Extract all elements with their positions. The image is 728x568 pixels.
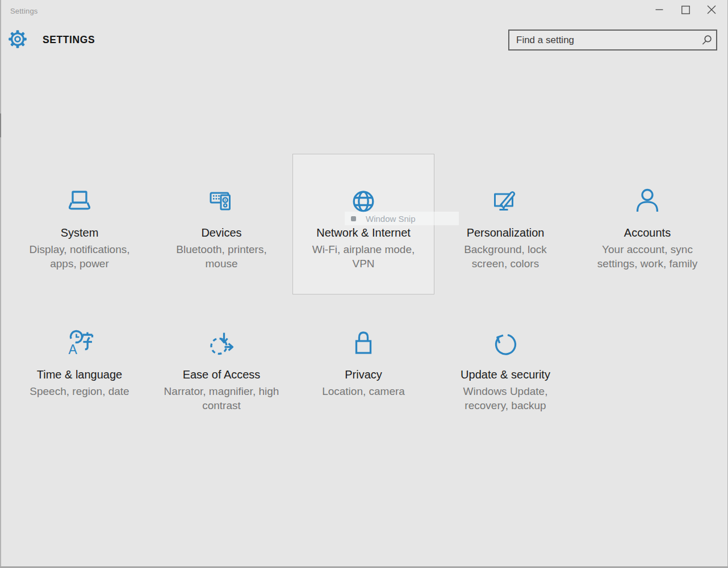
laptop-icon [9,187,150,216]
tile-privacy[interactable]: Privacy Location, camera [292,296,434,436]
tile-title: Update & security [434,368,576,381]
tile-subtitle: Narrator, magnifier, high contrast [161,384,282,413]
tile-title: Ease of Access [150,368,292,381]
tile-title: Devices [150,226,292,239]
tile-subtitle: Wi-Fi, airplane mode, VPN [303,242,424,271]
tile-devices[interactable]: Devices Bluetooth, printers, mouse [150,154,292,294]
tile-subtitle: Speech, region, date [19,384,140,398]
ease-of-access-icon [150,329,292,358]
tile-time-language[interactable]: A Time & language Speech, region, date [9,296,150,436]
svg-text:A: A [69,342,78,357]
settings-tile-grid: System Display, notifications, apps, pow… [9,154,718,437]
close-icon [707,5,716,16]
gear-icon [8,30,27,49]
close-button[interactable] [698,2,725,19]
tile-title: Accounts [576,226,718,239]
maximize-icon [681,6,690,16]
tile-ease-of-access[interactable]: Ease of Access Narrator, magnifier, high… [150,296,292,436]
snip-icon [351,216,356,221]
minimize-button[interactable] [646,2,672,19]
update-security-icon [434,329,576,358]
tile-title: System [9,226,150,239]
tile-title: Privacy [292,368,434,381]
tile-subtitle: Location, camera [303,384,424,398]
window-title: Settings [10,7,38,15]
tile-subtitle: Your account, sync settings, work, famil… [587,242,708,271]
snip-tooltip-label: Window Snip [366,214,416,224]
window-border-left-artifact [0,113,1,137]
tile-subtitle: Display, notifications, apps, power [19,242,140,271]
tile-title: Time & language [9,368,150,381]
tile-accounts[interactable]: Accounts Your account, sync settings, wo… [576,154,718,294]
tile-subtitle: Background, lock screen, colors [445,242,566,271]
devices-icon [150,187,292,216]
page-title: SETTINGS [43,34,95,46]
snip-tooltip: Window Snip [345,212,459,225]
minimize-icon [655,6,663,16]
tile-update-security[interactable]: Update & security Windows Update, recove… [434,296,576,436]
person-icon [576,187,718,216]
window-controls [646,2,725,19]
maximize-button[interactable] [672,2,698,19]
search-box [508,30,717,51]
tile-title: Network & Internet [293,226,434,239]
lock-icon [292,329,434,358]
window-border-left [0,0,1,568]
tile-subtitle: Windows Update, recovery, backup [445,384,566,413]
tile-system[interactable]: System Display, notifications, apps, pow… [9,154,150,294]
tile-title: Personalization [434,226,576,239]
search-input[interactable] [509,31,697,49]
tile-subtitle: Bluetooth, printers, mouse [161,242,282,271]
time-language-icon: A [9,329,150,358]
search-icon[interactable] [697,35,716,46]
